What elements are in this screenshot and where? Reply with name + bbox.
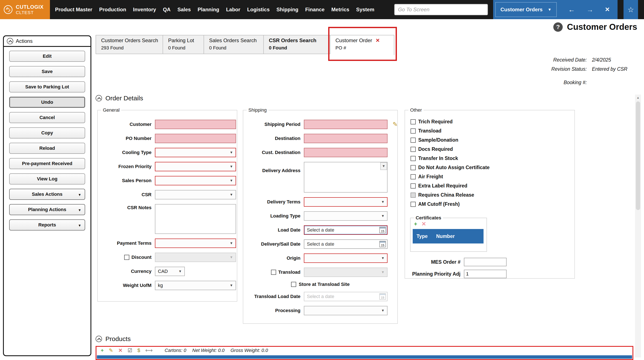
cooling-type-select[interactable]: ▼ — [155, 148, 236, 157]
delivery-address-label: Delivery Address — [247, 162, 300, 174]
delivery-address-textarea[interactable] — [304, 162, 388, 192]
destination-input[interactable] — [304, 134, 388, 143]
delete-certificate-button[interactable]: ✕ — [422, 221, 426, 227]
menu-item-shipping[interactable]: Shipping — [276, 6, 298, 12]
pre-payment-received-button[interactable]: Pre-payment Received — [9, 158, 85, 169]
vertical-scrollbar[interactable]: ▲ — [635, 95, 641, 358]
menu-item-sales[interactable]: Sales — [177, 6, 191, 12]
scrollbar-up-arrow[interactable]: ▲ — [635, 95, 641, 101]
calendar-icon[interactable]: 15 — [380, 241, 386, 247]
collapse-chevron-icon[interactable] — [7, 38, 13, 44]
trich-required-checkbox[interactable] — [410, 119, 416, 124]
payment-terms-select[interactable]: ▼ — [155, 239, 236, 248]
tab-sales-orders-search[interactable]: Sales Orders Search 0 Found — [204, 35, 264, 54]
do-not-auto-assign-certificate-label: Do Not Auto Assign Certificate — [418, 165, 490, 171]
sample-donation-checkbox[interactable] — [410, 138, 416, 143]
am-cutoff-fresh-checkbox[interactable] — [410, 202, 416, 207]
save-to-parking-lot-button[interactable]: Save to Parking Lot — [9, 81, 85, 92]
origin-select[interactable]: ▼ — [304, 253, 388, 263]
delivery-sail-date-input[interactable]: Select a date 15 — [304, 239, 388, 249]
goto-screen-input[interactable] — [394, 4, 488, 15]
pricing-icon[interactable]: $ — [138, 348, 140, 353]
menu-item-inventory[interactable]: Inventory — [133, 6, 156, 12]
menu-item-planning[interactable]: Planning — [198, 6, 219, 12]
close-screen-button[interactable]: ✕ — [605, 6, 610, 12]
add-certificate-button[interactable]: + — [414, 221, 417, 227]
scrollbar-thumb[interactable] — [636, 101, 640, 210]
delete-product-icon[interactable]: ✕ — [118, 348, 122, 353]
planning-actions-menu-button[interactable]: Planning Actions▼ — [9, 204, 85, 215]
sales-actions-menu-button[interactable]: Sales Actions▼ — [9, 189, 85, 200]
processing-select[interactable]: ▼ — [304, 306, 388, 315]
back-button[interactable]: ← — [568, 6, 575, 13]
shipping-period-input[interactable] — [304, 120, 388, 129]
help-icon[interactable]: ? — [553, 22, 563, 32]
tab-close-icon[interactable]: ✕ — [376, 37, 380, 43]
reload-button[interactable]: Reload — [9, 143, 85, 154]
csr-notes-textarea[interactable] — [155, 204, 236, 234]
menu-item-system[interactable]: System — [356, 6, 374, 12]
dimensions-icon[interactable]: ⟷ — [145, 348, 152, 353]
transload-other-checkbox[interactable] — [410, 129, 416, 134]
calendar-icon[interactable]: 15 — [380, 227, 386, 233]
mes-order-input[interactable] — [464, 258, 506, 266]
store-at-transload-checkbox[interactable] — [291, 282, 296, 287]
screen-selector[interactable]: Customer Orders ▼ — [495, 2, 556, 17]
transload-checkbox[interactable] — [271, 270, 276, 275]
customer-input[interactable] — [155, 120, 236, 129]
docs-required-checkbox[interactable] — [410, 147, 416, 152]
products-section-header[interactable]: Products — [96, 335, 130, 343]
screen-nav-zone: Customer Orders ▼ ← → ✕ — [493, 0, 618, 19]
app-logo[interactable]: CUTLOGIX CLTEST — [0, 0, 50, 19]
transfer-in-stock-checkbox[interactable] — [410, 156, 416, 161]
planning-priority-adj-input[interactable] — [464, 270, 506, 278]
cancel-button[interactable]: Cancel — [9, 112, 85, 123]
copy-button[interactable]: Copy — [9, 127, 85, 139]
menu-item-finance[interactable]: Finance — [305, 6, 324, 12]
frozen-priority-select[interactable]: ▼ — [155, 162, 236, 171]
app-root: CUTLOGIX CLTEST Product Master Productio… — [0, 0, 644, 360]
delivery-address-dropdown-button[interactable]: ▼ — [380, 162, 387, 170]
order-details-section-header[interactable]: Order Details — [96, 95, 143, 102]
edit-product-icon[interactable]: ✎ — [109, 348, 113, 353]
delivery-terms-select[interactable]: ▼ — [304, 197, 388, 207]
tab-customer-orders-search[interactable]: Customer Orders Search 293 Found — [96, 35, 163, 54]
weight-uofm-select[interactable]: kg▼ — [155, 281, 236, 290]
do-not-auto-assign-certificate-checkbox[interactable] — [410, 165, 416, 170]
menu-item-logistics[interactable]: Logistics — [247, 6, 270, 12]
menu-item-production[interactable]: Production — [99, 6, 126, 12]
select-products-icon[interactable]: ☑ — [128, 348, 132, 353]
tab-customer-order[interactable]: Customer Order✕ PO # — [330, 35, 394, 55]
air-freight-checkbox[interactable] — [410, 174, 416, 179]
forward-button[interactable]: → — [586, 6, 594, 13]
currency-label: Currency — [102, 269, 152, 274]
edit-pencil-icon[interactable]: ✎ — [393, 121, 398, 127]
view-log-button[interactable]: View Log — [9, 174, 85, 184]
po-number-input[interactable] — [155, 134, 236, 143]
general-legend: General — [101, 107, 121, 113]
menu-item-labor[interactable]: Labor — [226, 6, 240, 12]
menu-item-product-master[interactable]: Product Master — [55, 6, 92, 12]
tab-csr-orders-search[interactable]: CSR Orders Search 0 Found — [264, 35, 330, 54]
collapse-chevron-icon[interactable] — [96, 336, 102, 342]
tab-parking-lot[interactable]: Parking Lot 0 Found — [163, 35, 204, 54]
discount-checkbox[interactable] — [124, 255, 129, 260]
menu-item-qa[interactable]: QA — [163, 6, 170, 12]
collapse-chevron-icon[interactable] — [96, 95, 102, 101]
menu-item-metrics[interactable]: Metrics — [332, 6, 349, 12]
sales-person-select[interactable]: ▼ — [155, 176, 236, 185]
currency-select[interactable]: CAD▼ — [155, 267, 185, 276]
cust-destination-input[interactable] — [304, 148, 388, 157]
csr-select[interactable]: ▼ — [155, 190, 236, 199]
save-button[interactable]: Save — [9, 66, 85, 77]
edit-button[interactable]: Edit — [9, 51, 85, 62]
actions-panel-header[interactable]: Actions — [4, 36, 90, 47]
reports-menu-button[interactable]: Reports▼ — [9, 219, 85, 230]
favorite-button[interactable]: ☆ — [624, 0, 638, 19]
extra-label-required-checkbox[interactable] — [410, 183, 416, 188]
undo-button[interactable]: Undo — [9, 97, 85, 108]
loading-type-select[interactable]: ▼ — [304, 211, 388, 221]
chevron-down-icon: ▼ — [381, 214, 384, 218]
load-date-input[interactable]: Select a date 15 — [304, 225, 388, 235]
add-product-icon[interactable]: + — [101, 348, 104, 353]
